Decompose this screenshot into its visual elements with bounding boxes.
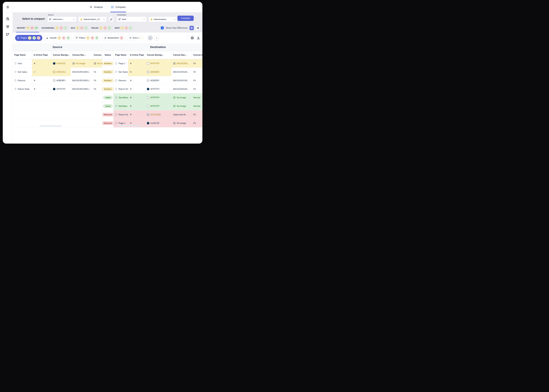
- status-cell: Added: [102, 102, 114, 110]
- active-mark: ✕: [130, 113, 132, 116]
- page-file-icon: [14, 88, 17, 90]
- menu-icon[interactable]: [6, 5, 10, 9]
- cell-value: Fit: [193, 71, 196, 73]
- destination-report-select[interactable]: SalesAnalysis: [149, 17, 178, 22]
- subsection-chips-row: Pages422visuals336Filters149Bookmarks2Ac…: [13, 32, 202, 43]
- destination-page-name-cell: Return Rate: [114, 110, 128, 119]
- page-file-icon: [115, 122, 117, 124]
- bucket-filter-icon[interactable]: [6, 24, 10, 29]
- page-file-icon: [115, 79, 117, 82]
- color-swatch: [147, 62, 149, 65]
- destination-horizontal-scrollbar[interactable]: [119, 125, 140, 126]
- table-cell: Normal: [192, 102, 202, 110]
- source-horizontal-scrollbar[interactable]: [40, 126, 62, 127]
- page-file-icon: [14, 79, 17, 82]
- table-row[interactable]: AddedNetSales✕#FFFFFFNo ImageNormal: [13, 102, 202, 110]
- source-column-header: Canvas...: [92, 51, 102, 59]
- cell-value: No Im: [97, 62, 102, 65]
- table-row[interactable]: Returns✕#EBEBFIBACKGROUND-(FitModifiedRe…: [13, 76, 202, 85]
- table-cell: #EBEBFI: [51, 76, 71, 85]
- table-cell: Fit: [92, 76, 102, 85]
- tab-compare[interactable]: Compare: [111, 2, 126, 12]
- active-mark: ✕: [130, 122, 132, 125]
- destination-branch-value: Main: [122, 18, 127, 21]
- source-branch-select[interactable]: SalesVersi...: [47, 17, 76, 22]
- table-cell: Fit: [92, 68, 102, 76]
- count-badge-red: 2: [80, 26, 84, 30]
- category-tab-dax[interactable]: DAX421: [69, 23, 90, 32]
- cell-value: #CECEDB: [150, 113, 161, 116]
- table-body: Intro✕#143C5ENo ImageNo ImModifiedPage 1…: [13, 59, 202, 127]
- chip-filters[interactable]: Filters149: [74, 35, 100, 41]
- cell-value: BACKGROUND-(: [72, 71, 89, 73]
- active-mark: ✓: [34, 71, 36, 73]
- destination-branch-select[interactable]: Main: [117, 17, 147, 22]
- category-tab-report[interactable]: REPORT91720: [15, 23, 40, 32]
- count-badge-green: 1: [129, 26, 132, 30]
- tree-view-button[interactable]: [196, 26, 200, 30]
- cell-value: No Image: [76, 62, 85, 65]
- cell-value: Sales And M...: [173, 113, 187, 116]
- app-window: Analyze Compare Select to compare Source…: [3, 2, 202, 144]
- destination-is-active-cell: ✕: [128, 110, 145, 119]
- table-cell: BACKGROUN...: [171, 68, 192, 76]
- destination-column-header: Is Active Page: [128, 51, 145, 59]
- chip-chart-icon: [46, 37, 49, 39]
- select-to-compare-title: Select to compare: [22, 17, 45, 20]
- chip-actions[interactable]: Actions163: [127, 35, 146, 41]
- table-cell: #FFFFFF: [51, 85, 71, 93]
- chips-scroll-right-button[interactable]: [154, 35, 159, 41]
- columns-icon[interactable]: [191, 36, 194, 40]
- table-row[interactable]: RemovedReturn Rate✕#CECEDBSales And M...…: [13, 110, 202, 119]
- status-cell: Removed: [102, 119, 114, 127]
- table-row[interactable]: Net Sales✓#FEE2A1BACKGROUND-(FitModified…: [13, 68, 202, 76]
- chip-bookmarks[interactable]: Bookmarks2: [102, 35, 125, 41]
- table-row[interactable]: AddedStoreBreac...✕#FFFFFFNo ImageNormal: [13, 93, 202, 102]
- table-cell: BACKGROUN...: [171, 76, 192, 85]
- table-row[interactable]: Return Rate✕#FFFFFFBACKGROUND-(FitModifi…: [13, 85, 202, 93]
- category-tab-info[interactable]: INFO421: [113, 23, 134, 32]
- no-image-icon: [173, 62, 176, 65]
- table-cell: [92, 102, 102, 110]
- download-icon[interactable]: [197, 36, 200, 40]
- cell-value: Fit: [193, 79, 196, 82]
- grid-view-button[interactable]: [190, 26, 194, 30]
- chips-scroll-left-button[interactable]: [148, 35, 153, 40]
- workspace-building-icon[interactable]: [6, 16, 10, 21]
- page-name: Returns: [18, 79, 25, 82]
- color-swatch: [147, 96, 149, 99]
- chip-visuals[interactable]: visuals336: [44, 35, 72, 41]
- count-badge-red: 6: [145, 36, 146, 40]
- active-mark: ✕: [130, 62, 132, 65]
- tab-analyze[interactable]: Analyze: [90, 2, 103, 12]
- cell-value: Fit: [193, 113, 196, 116]
- swap-source-destination-button[interactable]: [109, 17, 114, 22]
- source-page-name-cell: Returns: [13, 76, 32, 85]
- table-cell: [92, 93, 102, 102]
- table-row[interactable]: Intro✕#143C5ENo ImageNo ImModifiedPage 1…: [13, 59, 202, 68]
- table-cell: #FEE2A1: [51, 68, 71, 76]
- source-report-select[interactable]: SalesAnalysis_V2: [78, 17, 107, 22]
- count-badge-green: 1: [84, 26, 88, 30]
- cell-value: No Image: [177, 96, 186, 99]
- source-page-name-cell: Net Sales: [13, 68, 32, 76]
- destination-is-active-cell: ✕: [128, 59, 145, 68]
- show-only-differences-checkbox[interactable]: [161, 26, 164, 29]
- destination-page-name-cell: Net Sales: [114, 68, 128, 76]
- destination-is-active-cell: ✕: [128, 68, 145, 76]
- cell-value: #FFFFFF: [150, 62, 160, 65]
- tab-compare-label: Compare: [115, 6, 126, 8]
- source-column-header: Canvas Backgr...: [51, 51, 71, 59]
- count-badge-yellow: 4: [28, 36, 31, 40]
- main-area: Analyze Compare Select to compare Source…: [13, 2, 202, 144]
- comparison-table: Source Destination Page NameIs Active Pa…: [13, 43, 202, 127]
- compare-button[interactable]: Compare: [178, 16, 194, 21]
- status-cell: Modified: [102, 59, 114, 68]
- git-branch-icon[interactable]: [6, 32, 10, 37]
- source-label: Source: [48, 14, 107, 16]
- chip-pages[interactable]: Pages422: [15, 35, 42, 41]
- status-badge: Modified: [102, 62, 113, 65]
- category-tab-roles[interactable]: ROLES421: [90, 23, 113, 32]
- category-tabbar: REPORT91720DATAMODEL421DAX421ROLES421INF…: [13, 23, 202, 32]
- category-tab-datamodel[interactable]: DATAMODEL421: [40, 23, 69, 32]
